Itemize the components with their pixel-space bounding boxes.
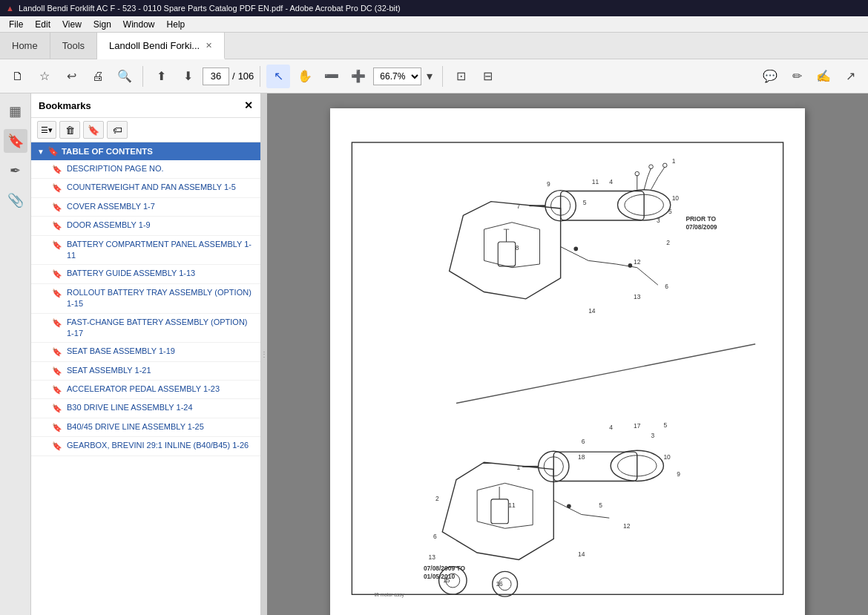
bm-item-7[interactable]: 🔖 FAST-CHANGE BATTERY ASSEMBLY (OPTION) … <box>31 314 260 343</box>
zoom-container: 66.7% ▾ <box>373 65 436 88</box>
bm-label-7: FAST-CHANGE BATTERY ASSEMBLY (OPTION) 1-… <box>67 317 254 340</box>
highlight-button[interactable]: ✏ <box>785 65 809 88</box>
svg-text:5: 5 <box>583 199 587 206</box>
bm-item-2[interactable]: 🔖 COVER ASSEMBLY 1-7 <box>31 198 260 217</box>
bookmarks-icon-btn[interactable]: 🔖 <box>4 129 27 153</box>
svg-text:6: 6 <box>433 533 437 540</box>
print-button[interactable]: 🖨 <box>86 65 110 88</box>
share-button[interactable]: ↗ <box>838 65 862 88</box>
next-page-button[interactable]: ⬇ <box>176 65 200 88</box>
bookmarks-toolbar: ☰ ▾ 🗑 🔖 🏷 <box>31 118 260 142</box>
bm-icon-4: 🔖 <box>52 240 62 251</box>
bm-icon-1: 🔖 <box>52 182 62 194</box>
bookmarks-dropdown-arrow: ▾ <box>48 125 53 135</box>
svg-text:11: 11 <box>592 178 599 185</box>
markup-button[interactable]: ✍ <box>812 65 835 88</box>
title-text: Landoll Bendi Forklift AC F - 523 - 0110… <box>19 4 401 13</box>
page-input[interactable]: 36 <box>203 68 229 85</box>
bm-icon-10: 🔖 <box>52 384 62 395</box>
toolbar: 🗋 ☆ ↩ 🖨 🔍 ⬆ ⬇ 36 / 106 ↖ ✋ ➖ ➕ 66.7% ▾ ⊡… <box>0 59 868 93</box>
app-icon: ▲ <box>6 4 14 13</box>
bookmarks-add-btn[interactable]: 🔖 <box>83 121 104 139</box>
svg-text:18: 18 <box>578 453 585 461</box>
hand-tool[interactable]: ✋ <box>293 65 317 88</box>
tab-document[interactable]: Landoll Bendi Forki... ✕ <box>97 33 225 59</box>
bm-item-3[interactable]: 🔖 DOOR ASSEMBLY 1-9 <box>31 217 260 235</box>
svg-text:01/05/2010: 01/05/2010 <box>424 573 455 580</box>
bm-item-10[interactable]: 🔖 ACCELERATOR PEDAL ASSEMBLY 1-23 <box>31 381 260 399</box>
bm-icon-13: 🔖 <box>52 441 62 452</box>
bookmarks-root-item[interactable]: ▼ 🔖 TABLE OF CONTENTS <box>31 142 260 160</box>
cursor-tool[interactable]: ↖ <box>266 65 290 88</box>
bookmarks-close-btn[interactable]: ✕ <box>244 99 253 111</box>
svg-text:11: 11 <box>508 501 516 509</box>
svg-text:17: 17 <box>634 422 641 430</box>
svg-point-37 <box>573 247 578 251</box>
bm-item-8[interactable]: 🔖 SEAT BASE ASSEMBLY 1-19 <box>31 343 260 361</box>
fit-page-button[interactable]: ⊡ <box>449 65 473 88</box>
zoom-in-button[interactable]: ➕ <box>346 65 370 88</box>
tab-home[interactable]: Home <box>0 33 50 59</box>
comment-button[interactable]: 💬 <box>758 65 782 88</box>
bm-label-3: DOOR ASSEMBLY 1-9 <box>67 220 151 231</box>
bm-label-13: GEARBOX, BREVINI 29:1 INLINE (B40/B45) 1… <box>67 440 249 451</box>
sidebar-icons: ▦ 🔖 ✒ 📎 <box>0 93 31 615</box>
zoom-dropdown-btn[interactable]: ▾ <box>423 65 436 88</box>
root-bookmark-icon: 🔖 <box>47 146 59 157</box>
pages-icon-btn[interactable]: ▦ <box>4 99 27 123</box>
bm-item-11[interactable]: 🔖 B30 DRIVE LINE ASSEMBLY 1-24 <box>31 399 260 418</box>
svg-text:14: 14 <box>578 550 585 558</box>
prev-page-button[interactable]: ⬆ <box>149 65 173 88</box>
svg-text:5: 5 <box>599 501 602 509</box>
page-navigation: 36 / 106 <box>203 68 254 85</box>
bm-label-0: DESCRIPTION PAGE NO. <box>67 163 164 174</box>
bm-item-0[interactable]: 🔖 DESCRIPTION PAGE NO. <box>31 160 260 179</box>
pdf-page: 10 1 4 11 9 5 3 5 7 2 <box>330 108 805 615</box>
attachments-icon-btn[interactable]: 📎 <box>4 188 27 212</box>
svg-text:PRIOR TO: PRIOR TO <box>685 215 716 223</box>
menu-view[interactable]: View <box>56 19 88 30</box>
svg-text:9: 9 <box>677 470 680 478</box>
bm-label-6: ROLLOUT BATTERY TRAY ASSEMBLY (OPTION) 1… <box>67 287 254 310</box>
menu-edit[interactable]: Edit <box>29 19 56 30</box>
panel-splitter[interactable]: ⋮ <box>261 93 267 615</box>
tab-tools[interactable]: Tools <box>50 33 97 59</box>
bm-icon-5: 🔖 <box>52 269 62 280</box>
bookmarks-panel: Bookmarks ✕ ☰ ▾ 🗑 🔖 🏷 ▼ 🔖 TABLE OF CONTE… <box>31 93 261 615</box>
zoom-out-button[interactable]: ➖ <box>320 65 343 88</box>
bookmarks-options-dropdown[interactable]: ☰ ▾ <box>37 121 56 139</box>
svg-text:4: 4 <box>609 178 613 185</box>
menu-file[interactable]: File <box>3 19 29 30</box>
bm-item-6[interactable]: 🔖 ROLLOUT BATTERY TRAY ASSEMBLY (OPTION)… <box>31 284 260 314</box>
bm-label-1: COUNTERWEIGHT AND FAN ASSEMBLY 1-5 <box>67 182 236 193</box>
bookmarks-delete-btn[interactable]: 🗑 <box>59 121 80 139</box>
fit-width-button[interactable]: ⊟ <box>476 65 499 88</box>
lift-motor-diagram: 10 1 4 11 9 5 3 5 7 2 <box>345 123 790 615</box>
signatures-icon-btn[interactable]: ✒ <box>4 159 27 182</box>
bm-item-4[interactable]: 🔖 BATTERY COMPARTMENT PANEL ASSEMBLY 1-1… <box>31 236 260 266</box>
new-button[interactable]: 🗋 <box>6 65 30 88</box>
zoom-select[interactable]: 66.7% <box>373 68 421 85</box>
bm-item-13[interactable]: 🔖 GEARBOX, BREVINI 29:1 INLINE (B40/B45)… <box>31 437 260 456</box>
svg-text:2: 2 <box>666 239 670 246</box>
bm-item-5[interactable]: 🔖 BATTERY GUIDE ASSEMBLY 1-13 <box>31 265 260 283</box>
svg-text:07/08/2009 TO: 07/08/2009 TO <box>424 565 465 572</box>
root-arrow-icon: ▼ <box>37 148 45 156</box>
menu-help[interactable]: Help <box>161 19 191 30</box>
menu-window[interactable]: Window <box>117 19 161 30</box>
pdf-viewing-area[interactable]: 10 1 4 11 9 5 3 5 7 2 <box>267 93 868 615</box>
menu-sign[interactable]: Sign <box>88 19 117 30</box>
bm-item-9[interactable]: 🔖 SEAT ASSEMBLY 1-21 <box>31 362 260 381</box>
svg-rect-0 <box>352 142 783 594</box>
bookmarks-dropdown-icon: ☰ <box>41 125 48 135</box>
bm-icon-3: 🔖 <box>52 220 62 231</box>
bm-label-11: B30 DRIVE LINE ASSEMBLY 1-24 <box>67 402 193 413</box>
bm-item-1[interactable]: 🔖 COUNTERWEIGHT AND FAN ASSEMBLY 1-5 <box>31 179 260 197</box>
search-button[interactable]: 🔍 <box>113 65 137 88</box>
back-button[interactable]: ↩ <box>59 65 83 88</box>
tab-close-button[interactable]: ✕ <box>206 41 212 50</box>
bm-item-12[interactable]: 🔖 B40/45 DRIVE LINE ASSEMBLY 1-25 <box>31 418 260 437</box>
bookmark-add-button[interactable]: ☆ <box>33 65 56 88</box>
bookmarks-tag-btn[interactable]: 🏷 <box>107 121 128 139</box>
bm-label-8: SEAT BASE ASSEMBLY 1-19 <box>67 346 175 357</box>
